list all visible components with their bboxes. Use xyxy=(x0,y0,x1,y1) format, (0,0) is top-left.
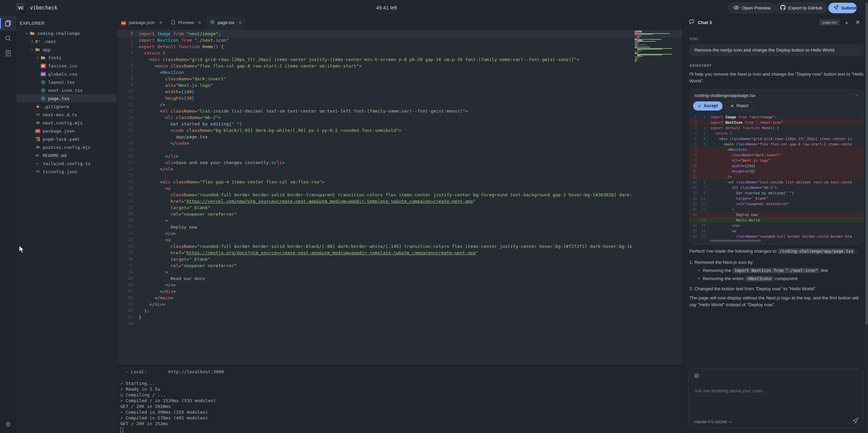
chevron-down-icon[interactable] xyxy=(855,93,859,98)
close-chat-button[interactable]: ✕ xyxy=(853,19,862,25)
code-line[interactable]: 17 app/page.tsx xyxy=(117,134,683,140)
code-line[interactable]: 44 ); xyxy=(117,308,683,314)
code-line[interactable]: 21 <li>Save and see your changes instant… xyxy=(117,159,683,166)
code-line[interactable]: 16 <code className="bg-black/[.05] dark:… xyxy=(117,127,683,134)
tree-item-label: README.md xyxy=(43,153,66,158)
code-line[interactable]: 4 return ( xyxy=(117,50,683,56)
accept-button[interactable]: ✓Accept xyxy=(693,101,723,111)
tree-item-app[interactable]: app xyxy=(16,45,117,54)
code-editor[interactable]: 1import Image from "next/image";2import … xyxy=(117,29,683,366)
code-line[interactable]: 25 <a xyxy=(117,185,683,192)
open-preview-button[interactable]: Open Preview xyxy=(728,3,776,13)
chat-input-box[interactable]: @ Ask me anything about your code... cla… xyxy=(689,368,864,429)
code-line[interactable]: 45} xyxy=(117,314,683,320)
close-tab-icon[interactable]: ✕ xyxy=(159,20,162,25)
mention-at-icon[interactable]: @ xyxy=(694,373,699,378)
diff-card-header[interactable]: /coding-challenge/app/page.tsx xyxy=(690,90,863,100)
code-line[interactable]: 24 <div className="flex gap-4 items-cent… xyxy=(117,179,683,185)
model-selector[interactable]: claude-4.5-sonnet xyxy=(694,419,732,424)
code-line[interactable]: 8 className="dark:invert" xyxy=(117,76,683,82)
code-line[interactable]: 11 height={38} xyxy=(117,95,683,101)
code-line[interactable]: 5 <div className="grid grid-rows-[20px_1… xyxy=(117,56,683,63)
tree-item-next.config.mjs[interactable]: JSnext.config.mjs xyxy=(16,119,117,127)
tab-Preview[interactable]: Preview✕ xyxy=(167,16,206,29)
tree-item-pnpm-lock.yaml[interactable]: pnpm-lock.yaml xyxy=(16,135,117,143)
code-line[interactable]: 3export default function Home() { xyxy=(117,43,683,50)
diff-hscroll-thumb[interactable] xyxy=(710,240,761,242)
code-line[interactable]: 29 rel="noopener noreferrer" xyxy=(117,211,683,217)
code-line[interactable]: 12 /> xyxy=(117,101,683,108)
reject-button[interactable]: ✕Reject xyxy=(725,101,753,111)
tree-item-tsconfig.json[interactable]: TStsconfig.json xyxy=(16,168,117,176)
code-line[interactable]: 46 xyxy=(117,320,683,327)
tree-item-next-icon.tsx[interactable]: next-icon.tsx xyxy=(16,86,117,94)
code-line[interactable]: 35 href="https://nextjs.org/docs?utm_sou… xyxy=(117,250,683,256)
scrollbar-thumb[interactable] xyxy=(866,2,868,324)
export-to-github-button[interactable]: Export to GitHub xyxy=(775,3,828,13)
code-line[interactable]: 38 > xyxy=(117,269,683,275)
code-line[interactable]: 41 </div> xyxy=(117,288,683,295)
code-line[interactable]: 20 </li> xyxy=(117,153,683,159)
code-line[interactable]: 31 Deploy now xyxy=(117,224,683,230)
code-line[interactable]: 13 <ol className="list-inside list-decim… xyxy=(117,108,683,114)
code-line[interactable]: 42 </main> xyxy=(117,295,683,301)
code-line[interactable]: 32 </a> xyxy=(117,230,683,237)
explorer-activity-icon[interactable] xyxy=(0,16,16,31)
code-line[interactable]: 23 xyxy=(117,172,683,179)
code-line[interactable]: 10 width={180} xyxy=(117,88,683,95)
code-line[interactable]: 36 target="_blank" xyxy=(117,256,683,262)
context-file-chip[interactable]: page.tsx xyxy=(820,19,840,25)
close-tab-icon[interactable]: ✕ xyxy=(238,20,242,25)
code-line[interactable]: 43 </div> xyxy=(117,301,683,308)
code-line[interactable]: 15 Get started by editing{" "} xyxy=(117,121,683,127)
diff-line: 3427 className="rounded-full border bord… xyxy=(690,234,863,239)
code-line[interactable]: 6 <main className="flex flex-col gap-8 r… xyxy=(117,63,683,69)
tree-item-favicon.ico[interactable]: ★favicon.ico xyxy=(16,62,117,70)
tree-item-coding-challenge[interactable]: coding-challenge xyxy=(16,29,117,37)
code-line[interactable]: 39 Read our docs xyxy=(117,275,683,282)
tree-item-fonts[interactable]: fonts xyxy=(16,54,117,62)
line-number: 16 xyxy=(117,127,139,134)
notes-activity-icon[interactable] xyxy=(0,46,16,61)
code-line[interactable]: 40 </a> xyxy=(117,282,683,288)
code-line[interactable]: 37 rel="noopener noreferrer" xyxy=(117,262,683,269)
code-line[interactable]: 22 </ol> xyxy=(117,166,683,172)
window-scrollbar[interactable] xyxy=(865,0,868,433)
tree-item-.gitignore[interactable]: .gitignore xyxy=(16,102,117,111)
chat-messages[interactable]: YOURemove the nextjs icon and change the… xyxy=(683,29,868,369)
code-line[interactable]: 14 <li className="mb-2"> xyxy=(117,114,683,121)
tree-item-globals.css[interactable]: cssglobals.css xyxy=(16,70,117,78)
code-line[interactable]: 33 <a xyxy=(117,237,683,243)
code-line[interactable]: 19 . xyxy=(117,146,683,153)
code-line[interactable]: 7 <NextIcon xyxy=(117,69,683,76)
tree-item-postcss.config.mjs[interactable]: JSpostcss.config.mjs xyxy=(16,143,117,151)
settings-gear-icon[interactable]: ⚙ xyxy=(0,418,16,430)
send-message-icon[interactable] xyxy=(853,418,859,425)
code-line[interactable]: 26 className="rounded-full border border… xyxy=(117,192,683,198)
tab-package.json[interactable]: npmpackage.json✕ xyxy=(117,16,167,29)
terminal-panel[interactable]: - Local: http://localhost:3000✓ Starting… xyxy=(117,366,683,433)
tree-item-package.json[interactable]: npmpackage.json xyxy=(16,127,117,135)
search-activity-icon[interactable] xyxy=(0,31,16,46)
new-chat-button[interactable]: + xyxy=(843,20,850,25)
code-line[interactable]: 9 alt="Next.js logo" xyxy=(117,82,683,88)
tree-item-next-env.d.ts[interactable]: TSnext-env.d.ts xyxy=(16,111,117,119)
tree-item-page.tsx[interactable]: page.tsx xyxy=(16,94,117,102)
close-tab-icon[interactable]: ✕ xyxy=(198,20,201,25)
code-line[interactable]: 27 href="https://vercel.com/new?utm_sour… xyxy=(117,198,683,204)
code-line[interactable]: 34 className="rounded-full border border… xyxy=(117,243,683,250)
tree-item-.next[interactable]: .next xyxy=(16,37,117,45)
tab-page.tsx[interactable]: page.tsx✕ xyxy=(206,16,246,29)
code-line[interactable]: 2import NextIcon from "./next-icon" xyxy=(117,37,683,43)
tree-item-README.md[interactable]: M↓README.md xyxy=(16,151,117,159)
tree-item-layout.tsx[interactable]: layout.tsx xyxy=(16,78,117,86)
code-line[interactable]: 28 target="_blank" xyxy=(117,204,683,211)
tree-item-tailwind.config.ts[interactable]: tailwind.config.ts xyxy=(16,159,117,168)
diff-hscrollbar[interactable] xyxy=(692,240,861,243)
submit-button[interactable]: Submit xyxy=(828,3,857,13)
code-text: </main> xyxy=(139,295,631,301)
code-line[interactable]: 30 > xyxy=(117,217,683,224)
minimap[interactable] xyxy=(635,31,673,63)
code-line[interactable]: 1import Image from "next/image"; xyxy=(117,31,683,37)
code-line[interactable]: 18 </code> xyxy=(117,140,683,146)
